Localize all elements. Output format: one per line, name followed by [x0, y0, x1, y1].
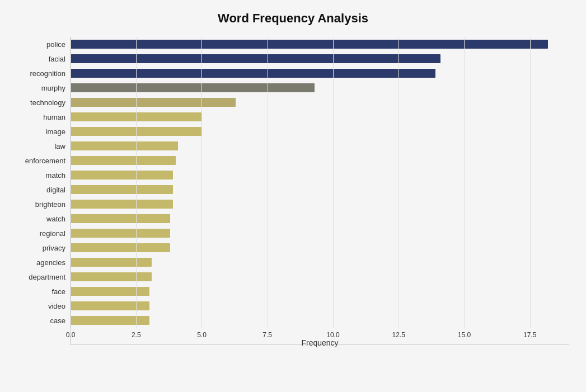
bar: [71, 141, 178, 150]
bar: [71, 200, 173, 208]
y-label: image: [46, 124, 65, 139]
bar: [71, 127, 201, 135]
y-label: recognition: [30, 66, 65, 81]
bar-row: [71, 95, 569, 110]
bar-row: [71, 226, 569, 240]
bar-row: [71, 240, 569, 255]
chart-title: Word Frequency Analysis: [17, 11, 569, 26]
y-label: face: [51, 285, 65, 299]
bar-row: [71, 255, 569, 270]
bars-area: 0.02.55.07.510.012.515.017.5 Frequency: [70, 37, 569, 345]
bar: [71, 83, 315, 92]
bar: [71, 54, 440, 63]
bar-row: [71, 299, 569, 313]
y-label: brighteon: [35, 197, 65, 212]
bar-row: [71, 110, 569, 124]
x-tick-label: 12.5: [392, 331, 405, 339]
x-tick-label: 7.5: [262, 331, 272, 339]
bar-row: [71, 139, 569, 153]
bar: [71, 214, 170, 223]
y-label: regional: [40, 226, 65, 241]
y-label: facial: [49, 51, 65, 66]
bar-row: [71, 124, 569, 139]
bar: [71, 112, 201, 121]
x-tick-label: 17.5: [523, 331, 536, 339]
y-label: human: [43, 110, 65, 124]
bar-row: [71, 313, 569, 328]
y-label: murphy: [41, 81, 65, 95]
bar-row: [71, 284, 569, 299]
y-labels: policefacialrecognitionmurphytechnologyh…: [17, 37, 70, 345]
bar-row: [71, 197, 569, 211]
x-tick-label: 2.5: [132, 331, 141, 339]
bar-row: [71, 51, 569, 66]
y-label: digital: [46, 182, 65, 197]
x-tick-label: 5.0: [197, 331, 207, 339]
chart-container: Word Frequency Analysis policefacialreco…: [0, 0, 586, 392]
bar: [71, 98, 236, 106]
bar-row: [71, 81, 569, 95]
bar: [71, 301, 149, 310]
bar-row: [71, 168, 569, 182]
bar: [71, 156, 176, 164]
bar: [71, 185, 173, 193]
bar-row: [71, 182, 569, 197]
bar-row: [71, 37, 569, 51]
bar: [71, 229, 170, 237]
y-label: law: [54, 139, 65, 153]
y-label: technology: [30, 95, 65, 110]
bar: [71, 40, 548, 48]
bar: [71, 171, 173, 179]
x-axis-title: Frequency: [301, 338, 338, 347]
bar: [71, 316, 149, 324]
y-label: watch: [46, 212, 65, 226]
chart-area: policefacialrecognitionmurphytechnologyh…: [17, 37, 569, 345]
bar: [71, 243, 170, 252]
y-label: privacy: [43, 241, 65, 256]
bar: [71, 272, 152, 281]
x-tick-label: 10.0: [326, 331, 339, 339]
bar-row: [71, 211, 569, 226]
y-label: enforcement: [25, 153, 65, 168]
x-tick-label: 15.0: [458, 331, 471, 339]
bar: [71, 258, 152, 266]
y-label: police: [46, 37, 65, 51]
bar-row: [71, 270, 569, 284]
bar-row: [71, 66, 569, 81]
x-tick-label: 0.0: [66, 331, 76, 339]
y-label: case: [50, 314, 65, 328]
bar: [71, 69, 435, 77]
y-label: match: [46, 168, 65, 182]
y-label: department: [29, 270, 65, 285]
y-label: video: [48, 299, 65, 314]
bar: [71, 287, 149, 295]
y-label: agencies: [36, 256, 65, 270]
bar-rows: [71, 37, 569, 344]
bar-row: [71, 153, 569, 168]
